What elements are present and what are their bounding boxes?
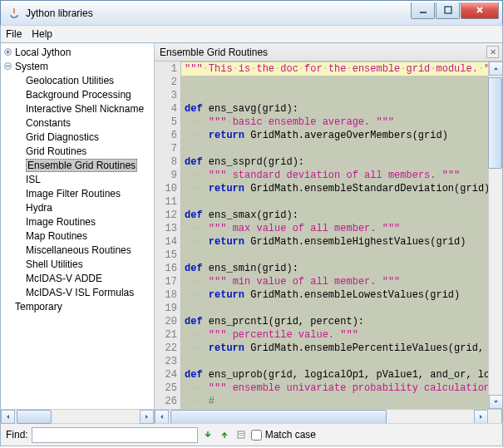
tree-node-system[interactable]: System — [4, 59, 154, 73]
tree-node-local[interactable]: Local Jython — [4, 45, 154, 59]
svg-rect-9 — [239, 435, 244, 436]
tree-leaf[interactable]: Ensemble Grid Routines — [26, 158, 154, 172]
tree-leaf[interactable]: McIDAS-V ADDE — [26, 271, 154, 285]
tree-leaf[interactable]: Miscellaneous Routines — [26, 243, 154, 257]
resize-grip[interactable] — [488, 410, 502, 423]
svg-rect-4 — [7, 50, 8, 54]
scroll-left-icon[interactable] — [155, 410, 169, 423]
window-title: Jython libraries — [26, 7, 411, 19]
editor-vscrollbar[interactable] — [488, 62, 502, 409]
find-label: Find: — [6, 429, 28, 441]
code-area[interactable]: 1234567891011121314151617181920212223242… — [155, 62, 488, 409]
scroll-up-icon[interactable] — [489, 62, 502, 76]
tree-leaf[interactable]: McIDAS-V ISL Formulas — [26, 285, 154, 299]
tree-leaf[interactable]: Hydra — [26, 200, 154, 214]
tree-leaf[interactable]: Shell Utilities — [26, 257, 154, 271]
svg-rect-8 — [239, 433, 244, 434]
tree-leaf[interactable]: Interactive Shell Nickname — [26, 101, 154, 116]
menu-bar: File Help — [0, 25, 503, 43]
expand-icon[interactable] — [4, 62, 12, 70]
editor-hscrollbar[interactable] — [155, 410, 488, 423]
scroll-down-icon[interactable] — [489, 395, 502, 409]
find-bar: Find: Match case — [0, 423, 503, 446]
scroll-thumb[interactable] — [488, 77, 502, 169]
editor-tab-header: Ensemble Grid Routines ✕ — [155, 43, 502, 62]
scroll-track[interactable] — [489, 76, 502, 395]
match-case-checkbox[interactable] — [251, 430, 262, 441]
code-text[interactable]: """·This·is·the·doc·for·the·ensemble·gri… — [181, 62, 488, 409]
match-case-label: Match case — [265, 429, 316, 441]
scroll-track[interactable] — [15, 411, 140, 423]
scroll-left-icon[interactable] — [1, 410, 15, 424]
svg-rect-6 — [6, 66, 10, 66]
svg-rect-0 — [420, 12, 427, 13]
tree-leaf[interactable]: Geolocation Utilities — [26, 73, 154, 87]
scroll-track[interactable] — [169, 411, 474, 423]
tree-leaf[interactable]: Constants — [26, 116, 154, 130]
find-next-down-icon[interactable] — [201, 428, 215, 441]
tree-label: System — [15, 61, 48, 72]
tree-leaf[interactable]: Grid Diagnostics — [26, 130, 154, 144]
close-button[interactable] — [461, 2, 499, 19]
java-icon — [7, 7, 21, 20]
tree-node-temporary[interactable]: Temporary — [4, 299, 154, 313]
tab-close-button[interactable]: ✕ — [486, 46, 499, 58]
scroll-right-icon[interactable] — [474, 410, 488, 423]
scroll-thumb[interactable] — [17, 410, 52, 424]
menu-file[interactable]: File — [6, 28, 22, 40]
collapse-icon[interactable] — [4, 48, 12, 56]
tree-leaf[interactable]: Image Filter Routines — [26, 186, 154, 200]
editor-panel: Ensemble Grid Routines ✕ 123456789101112… — [155, 43, 502, 423]
tree-leaf[interactable]: Background Processing — [26, 87, 154, 101]
tree-leaf[interactable]: Map Routines — [26, 229, 154, 243]
title-bar: Jython libraries — [0, 0, 503, 25]
tree-leaf[interactable]: Grid Routines — [26, 144, 154, 158]
minimize-button[interactable] — [411, 2, 435, 19]
highlight-all-icon[interactable] — [234, 428, 248, 441]
find-input[interactable] — [32, 427, 198, 443]
scroll-thumb[interactable] — [170, 410, 387, 423]
line-number-gutter: 1234567891011121314151617181920212223242… — [155, 62, 181, 409]
scroll-right-icon[interactable] — [140, 410, 154, 424]
tree-label: Temporary — [15, 301, 62, 313]
menu-help[interactable]: Help — [32, 28, 52, 40]
library-tree[interactable]: Local Jython System Geolocation Utilitie… — [1, 43, 154, 409]
sidebar-hscrollbar[interactable] — [1, 409, 154, 423]
maximize-button[interactable] — [436, 2, 460, 19]
svg-rect-1 — [445, 7, 451, 13]
editor-title: Ensemble Grid Routines — [160, 47, 268, 58]
tree-label: Local Jython — [15, 47, 71, 58]
tree-leaf[interactable]: Image Routines — [26, 214, 154, 229]
sidebar: Local Jython System Geolocation Utilitie… — [1, 43, 155, 423]
find-prev-up-icon[interactable] — [218, 428, 231, 441]
tree-leaf[interactable]: ISL — [26, 172, 154, 186]
